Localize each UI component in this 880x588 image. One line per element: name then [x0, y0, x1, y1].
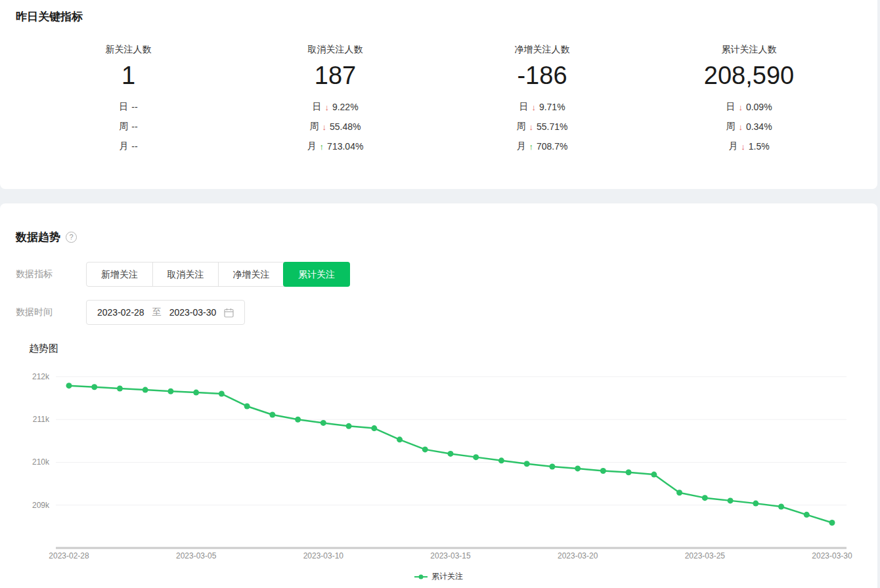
metric-label: 累计关注人数	[646, 44, 852, 56]
svg-text:2023-03-10: 2023-03-10	[303, 551, 344, 559]
page: 昨日关键指标 新关注人数 1 日-- 周-- 月-- 取	[0, 0, 880, 588]
date-from-value[interactable]: 2023-02-28	[97, 307, 144, 318]
tab-net-followers[interactable]: 净增关注	[218, 262, 284, 286]
date-range-picker[interactable]: 2023-02-28 至 2023-03-30	[86, 300, 245, 325]
legend-line-dot-icon	[414, 574, 428, 580]
percent-value: 1.5%	[749, 141, 770, 152]
trend-arrow-icon: ↓	[529, 122, 534, 132]
period-label: 日	[119, 101, 128, 113]
date-to-value[interactable]: 2023-03-30	[169, 307, 217, 318]
metric-row-week: 周↓55.71%	[439, 117, 646, 136]
help-icon[interactable]: ?	[66, 232, 77, 243]
section-divider	[0, 189, 877, 203]
period-label: 日	[519, 101, 528, 113]
svg-text:2023-03-20: 2023-03-20	[558, 551, 598, 559]
metric-value: 187	[232, 62, 439, 89]
percent-value: 0.09%	[746, 102, 772, 112]
yesterday-section-title: 昨日关键指标	[16, 9, 862, 24]
metric-value: -186	[439, 62, 646, 89]
metrics-grid: 新关注人数 1 日-- 周-- 月-- 取消关注人数 187	[16, 44, 862, 156]
metric-row-month: 月↓1.5%	[646, 136, 852, 156]
svg-text:2023-02-28: 2023-02-28	[49, 551, 89, 559]
trend-section-title: 数据趋势	[16, 230, 60, 245]
svg-text:210k: 210k	[32, 457, 50, 467]
chart-legend[interactable]: 累计关注	[16, 571, 862, 582]
trend-arrow-icon: ↓	[322, 122, 327, 132]
chart-title: 趋势图	[29, 343, 862, 355]
tab-unfollowers[interactable]: 取消关注	[152, 262, 218, 286]
svg-text:212k: 212k	[32, 372, 50, 381]
tab-new-followers[interactable]: 新增关注	[87, 262, 152, 286]
trend-chart[interactable]: 209k210k211k212k2023-02-282023-03-052023…	[0, 362, 877, 562]
svg-text:209k: 209k	[32, 501, 50, 510]
svg-text:2023-03-30: 2023-03-30	[812, 551, 852, 559]
trend-arrow-icon: ↑	[320, 142, 324, 152]
metric-label: 新关注人数	[25, 44, 232, 56]
metric-label: 取消关注人数	[232, 44, 439, 56]
metric-row-day: 日--	[25, 97, 232, 117]
metric-label: 净增关注人数	[439, 44, 646, 56]
percent-value: 708.7%	[537, 141, 567, 152]
tab-total-followers[interactable]: 累计关注	[283, 262, 350, 287]
metric-new-followers: 新关注人数 1 日-- 周-- 月--	[25, 44, 232, 156]
period-label: 日	[312, 101, 321, 113]
trend-arrow-icon: ↑	[529, 142, 534, 152]
percent-value: --	[131, 121, 137, 132]
metric-net-followers: 净增关注人数 -186 日↓9.71% 周↓55.71% 月↑708.7%	[439, 44, 646, 156]
period-label: 周	[119, 121, 128, 133]
data-trend-card: 数据趋势 ? 数据指标 新增关注 取消关注 净增关注 累计关注 数据时间 202…	[0, 203, 877, 588]
metric-row-day: 日↓9.22%	[232, 97, 439, 117]
metric-row-week: 周↓55.48%	[232, 117, 439, 136]
percent-value: --	[131, 141, 137, 152]
metric-row-month: 月↑713.04%	[232, 136, 439, 156]
period-label: 周	[310, 121, 319, 133]
yesterday-metrics-card: 昨日关键指标 新关注人数 1 日-- 周-- 月-- 取	[0, 0, 877, 189]
metric-value: 208,590	[646, 62, 852, 89]
metric-selector-label: 数据指标	[16, 268, 86, 280]
period-label: 月	[728, 140, 737, 152]
metric-row-day: 日↓0.09%	[646, 97, 852, 117]
metric-tabs: 新增关注 取消关注 净增关注 累计关注	[86, 262, 350, 287]
svg-text:2023-03-05: 2023-03-05	[176, 551, 217, 559]
metric-value: 1	[25, 62, 232, 89]
metric-row-week: 周↓0.34%	[646, 117, 852, 136]
trend-arrow-icon: ↓	[531, 102, 536, 112]
trend-arrow-icon: ↓	[741, 142, 745, 152]
period-label: 日	[726, 101, 735, 113]
metric-row-month: 月↑708.7%	[439, 136, 646, 156]
metric-row-day: 日↓9.71%	[439, 97, 646, 117]
percent-value: 9.71%	[539, 102, 565, 112]
trend-arrow-icon: ↓	[324, 102, 329, 112]
trend-arrow-icon: ↓	[738, 102, 743, 112]
calendar-icon[interactable]	[224, 308, 234, 318]
date-range-label: 数据时间	[16, 306, 86, 318]
svg-text:2023-03-25: 2023-03-25	[685, 551, 726, 559]
svg-text:2023-03-15: 2023-03-15	[430, 551, 471, 559]
percent-value: 713.04%	[327, 141, 363, 152]
percent-value: 55.71%	[537, 121, 567, 132]
trend-arrow-icon: ↓	[738, 122, 743, 132]
period-label: 周	[517, 121, 526, 133]
percent-value: 55.48%	[330, 121, 361, 132]
metric-unfollowers: 取消关注人数 187 日↓9.22% 周↓55.48% 月↑713.04%	[232, 44, 439, 156]
metric-row-week: 周--	[25, 117, 232, 136]
svg-text:211k: 211k	[33, 415, 50, 424]
metric-row-month: 月--	[25, 136, 232, 156]
period-label: 周	[726, 121, 735, 133]
legend-series-name: 累计关注	[431, 571, 463, 582]
metric-total-followers: 累计关注人数 208,590 日↓0.09% 周↓0.34% 月↓1.5%	[646, 44, 852, 156]
percent-value: --	[131, 102, 137, 112]
period-label: 月	[307, 140, 317, 152]
period-label: 月	[517, 140, 526, 152]
period-label: 月	[119, 140, 128, 152]
percent-value: 0.34%	[746, 121, 772, 132]
percent-value: 9.22%	[332, 102, 359, 112]
date-separator: 至	[152, 306, 162, 318]
